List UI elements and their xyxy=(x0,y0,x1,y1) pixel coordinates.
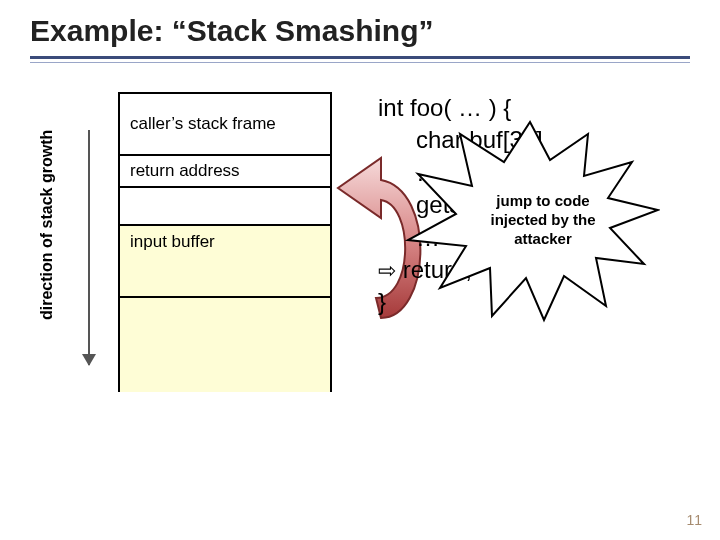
input-buffer-label: input buffer xyxy=(130,232,215,252)
stack-cell-return-address: return address xyxy=(120,156,330,188)
code-line-4: gets(buf); xyxy=(378,189,543,221)
stack-growth-arrow-icon xyxy=(88,130,90,365)
return-address-label: return address xyxy=(130,161,240,181)
return-arrow-icon: ⇨ xyxy=(378,258,396,283)
title-rule-thick xyxy=(30,56,690,59)
code-line-1: int foo( … ) { xyxy=(378,92,543,124)
caller-frame-label: caller’s stack frame xyxy=(130,114,276,134)
code-line-6-text: return; xyxy=(396,256,472,283)
code-block: int foo( … ) { char buf[32] … gets(buf);… xyxy=(378,92,543,319)
stack-cell-buffer-continuation xyxy=(120,298,330,392)
stack-diagram: caller’s stack frame return address inpu… xyxy=(118,92,332,392)
stack-cell-input-buffer: input buffer xyxy=(120,226,330,298)
code-line-7: } xyxy=(378,286,543,318)
code-line-3: … xyxy=(378,157,543,189)
page-number: 11 xyxy=(686,512,702,528)
slide-root: Example: “Stack Smashing” direction of s… xyxy=(0,0,720,540)
code-line-2: char buf[32] xyxy=(378,124,543,156)
stack-cell-gap xyxy=(120,188,330,226)
code-line-6: ⇨ return; xyxy=(378,254,543,286)
title-rule-thin xyxy=(30,62,690,63)
code-line-5: … xyxy=(378,222,543,254)
slide-title: Example: “Stack Smashing” xyxy=(30,14,433,48)
stack-cell-caller-frame: caller’s stack frame xyxy=(120,94,330,156)
stack-growth-axis-label: direction of stack growth xyxy=(38,130,56,320)
